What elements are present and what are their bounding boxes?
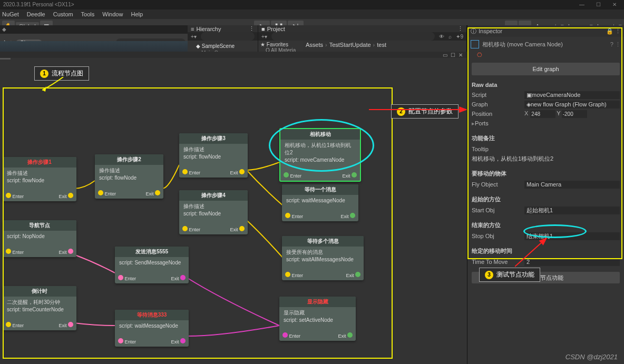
position-field[interactable]: XY [524,110,620,118]
edit-graph-button[interactable]: Edit graph [472,63,620,75]
project-tab[interactable]: ■ Project ⋮ [258,25,466,32]
menu-bar: NuGet Deedle Custom Tools Window Help [0,9,624,19]
titlebar-text: 2020.3.19f1 Personal <DX11> [3,0,74,9]
visible-icon[interactable]: 👁 [439,34,444,40]
minimize-icon[interactable]: — [579,0,584,9]
node-nav[interactable]: 导航节点 script: NopNode EnterExit [3,220,76,257]
node-step2[interactable]: 操作步骤2 操作描述script: flowNode EnterExit [95,154,163,199]
object-name: 相机移动 (move Camera Node) [482,41,563,48]
node-send-message[interactable]: 发送消息5555 script: SendMessageNode EnterEx… [115,247,189,283]
add-icon[interactable]: +▾ [191,34,197,40]
restore-icon[interactable]: ▭ [443,52,447,58]
stop-obj-field[interactable]: 结束相机1 [524,232,620,240]
menu-help[interactable]: Help [131,11,143,17]
maximize-icon[interactable]: ☐ [596,0,601,9]
graph-field[interactable]: ◈ new flow Graph (Flow Graph) [524,101,620,109]
node-step4[interactable]: 操作步骤4 操作描述script: flowNode EnterExit [179,190,248,234]
hierarchy-icon: ≡ [191,26,194,32]
node-camera-move[interactable]: 相机移动 相机移动，从机位1移动到机位2script: moveCameraNo… [279,128,361,182]
favorites-folder[interactable]: Favorites [267,42,288,47]
node-wait-message-2[interactable]: 等待消息333 script: waitMessageNode EnterExi… [115,310,189,347]
menu-custom[interactable]: Custom [53,11,73,17]
maximize-panel-icon[interactable]: ☐ [451,52,455,58]
add-icon[interactable]: +▾ [261,34,267,40]
scene-root[interactable]: SampleScene [202,43,235,49]
menu-deedle[interactable]: Deedle [27,11,45,17]
script-field[interactable]: ▣ moveCameraNode [524,91,620,99]
node-step1[interactable]: 操作步骤1 操作描述script: flowNode Enter Exit [3,157,76,201]
fly-object-field[interactable]: Main Camera [524,181,620,189]
start-obj-field[interactable]: 起始相机1 [524,206,620,214]
window-titlebar: 2020.3.19f1 Personal <DX11> — ☐ ✕ [0,0,624,9]
callout-3: 3测试节点功能 [479,268,540,282]
tooltip-text: 相机移动，从机位1移动到机位2 [472,155,620,163]
node-set-active[interactable]: 显示隐藏 显示隐藏script: setActiveNode EnterExit [279,297,356,341]
info-icon: ⓘ [471,27,476,35]
watermark: CSDN @dzj2021 [565,353,618,361]
menu-nuget[interactable]: NuGet [2,11,19,17]
time-field[interactable]: 2 [524,258,620,266]
help-icon[interactable]: ? ⋮ [610,41,621,48]
menu-window[interactable]: Window [102,11,123,17]
node-wait-all[interactable]: 等待多个消息 接受所有的消息script: waitAllMessagesNod… [282,236,364,280]
callout-2: 2配置节点的参数 [391,104,459,119]
node-wait-message[interactable]: 等待一个消息 script: waitMessageNode EnterExit [282,184,358,221]
callout-1: 1流程节点图 [34,66,89,81]
folder-icon: ■ [261,26,265,32]
close-icon[interactable]: ✕ [612,0,617,9]
close-panel-icon[interactable]: ✕ [459,52,463,58]
hierarchy-search[interactable] [201,32,255,41]
node-timer[interactable]: 倒计时 二次提醒，耗时30分钟script: timeCounterNode E… [3,286,76,330]
inspector-panel: ⓘ Inspector 🔒 ⋮ 相机移动 (move Camera Node) … [467,25,624,364]
ports-foldout[interactable]: Ports [475,120,528,126]
hierarchy-tab[interactable]: ≡ Hierarchy ⋮ [188,25,258,32]
node-step3[interactable]: 操作步骤3 操作描述script: flowNode EnterExit [179,133,248,178]
inspector-tab[interactable]: ⓘ Inspector 🔒 ⋮ [467,25,624,37]
project-search[interactable] [271,32,435,41]
graph-canvas[interactable]: ode ▭☐✕ 操作步骤1 操作描述script: flowNode Enter… [0,52,467,364]
menu-tools[interactable]: Tools [81,11,95,17]
script-icon: ⎔ [477,52,482,58]
object-icon [471,40,479,48]
